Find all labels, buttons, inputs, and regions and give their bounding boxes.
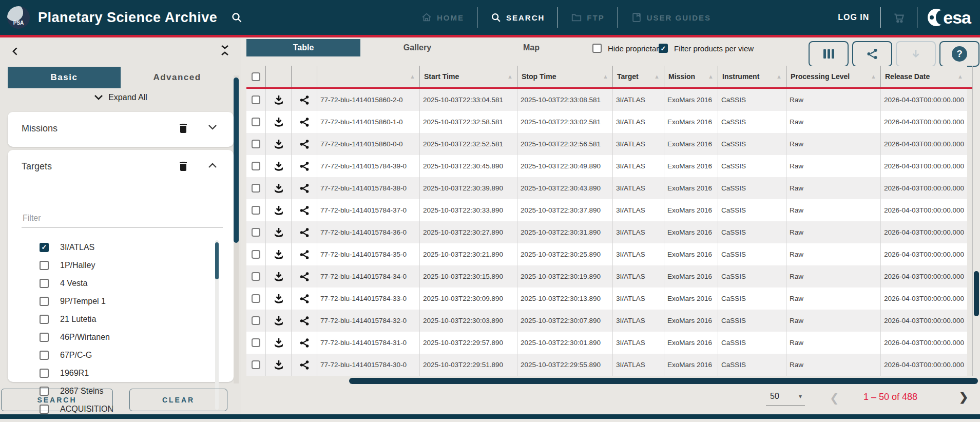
target-option[interactable]: 1P/Halley	[8, 256, 213, 274]
sort-asc-icon[interactable]: ▲	[776, 73, 782, 80]
target-checkbox[interactable]	[40, 297, 49, 306]
filter-per-view-checkbox[interactable]	[659, 44, 668, 53]
row-checkbox[interactable]	[252, 162, 260, 170]
header-start-time[interactable]: Start Time ▲	[420, 66, 517, 87]
missions-chevron-down-icon[interactable]	[208, 124, 217, 130]
page-size-select[interactable]: 50 ▾	[766, 392, 805, 406]
sort-asc-icon[interactable]: ▲	[410, 73, 415, 80]
nav-item-search[interactable]: SEARCH	[477, 0, 558, 35]
tab-basic[interactable]: Basic	[8, 67, 121, 88]
previous-page-button[interactable]: ❮	[830, 392, 839, 405]
tab-advanced[interactable]: Advanced	[121, 67, 234, 88]
next-page-button[interactable]: ❯	[959, 391, 968, 404]
collapse-vertical-button[interactable]	[220, 44, 230, 57]
row-checkbox[interactable]	[252, 184, 260, 193]
row-checkbox[interactable]	[252, 228, 260, 237]
target-option[interactable]: 67P/C-G	[8, 346, 213, 364]
share-icon[interactable]	[299, 205, 310, 216]
sort-asc-icon[interactable]: ▲	[957, 73, 963, 80]
row-checkbox[interactable]	[252, 272, 260, 281]
header-mission[interactable]: Mission ▲	[664, 66, 718, 87]
nav-item-ftp[interactable]: FTP	[558, 0, 617, 35]
login-button[interactable]: LOG IN	[827, 13, 880, 22]
cart-button[interactable]	[881, 11, 917, 24]
share-icon[interactable]	[299, 117, 310, 128]
header-release-date[interactable]: Release Date ▲	[881, 66, 967, 87]
missions-panel-header[interactable]: Missions	[8, 112, 234, 145]
header-target[interactable]: Target ▲	[613, 66, 664, 87]
download-icon[interactable]	[273, 160, 285, 172]
targets-trash-icon[interactable]	[177, 160, 189, 173]
tab-table[interactable]: Table	[246, 39, 360, 56]
download-icon[interactable]	[273, 138, 285, 150]
share-icon[interactable]	[299, 315, 310, 327]
share-icon[interactable]	[299, 249, 310, 260]
clear-button[interactable]: CLEAR	[129, 389, 227, 411]
download-icon[interactable]	[273, 315, 285, 327]
share-icon[interactable]	[299, 183, 310, 194]
brand[interactable]: PSA Planetary Science Archive	[7, 6, 243, 29]
row-checkbox[interactable]	[252, 95, 260, 104]
download-icon[interactable]	[273, 204, 285, 217]
target-checkbox[interactable]	[40, 369, 49, 378]
download-icon[interactable]	[273, 248, 285, 261]
share-icon[interactable]	[299, 94, 310, 106]
nav-item-user-guides[interactable]: USER GUIDES	[618, 0, 724, 35]
target-option[interactable]: 46P/Wirtanen	[8, 328, 213, 346]
sort-asc-icon[interactable]: ▲	[871, 73, 876, 80]
title-search-icon[interactable]	[230, 11, 243, 24]
download-icon[interactable]	[273, 293, 285, 305]
header-stop-time[interactable]: Stop Time ▲	[517, 66, 613, 87]
sort-asc-icon[interactable]: ▲	[603, 73, 608, 80]
help-button[interactable]: ?	[939, 41, 979, 67]
row-checkbox[interactable]	[252, 360, 260, 369]
sort-asc-icon[interactable]: ▲	[654, 73, 660, 80]
row-checkbox[interactable]	[252, 140, 260, 148]
targets-panel-header[interactable]: Targets	[8, 150, 234, 183]
download-icon[interactable]	[273, 337, 285, 349]
download-icon[interactable]	[273, 226, 285, 239]
share-icon[interactable]	[299, 271, 310, 282]
targets-chevron-up-icon[interactable]	[208, 162, 217, 168]
row-checkbox[interactable]	[252, 338, 260, 347]
search-button[interactable]: SEARCH	[1, 389, 113, 411]
tab-map[interactable]: Map	[474, 39, 588, 56]
download-icon[interactable]	[273, 359, 285, 371]
targets-list-scrollbar-thumb[interactable]	[215, 242, 219, 279]
share-icon[interactable]	[299, 293, 310, 304]
row-checkbox[interactable]	[252, 250, 260, 259]
target-checkbox[interactable]	[40, 261, 49, 270]
hide-proprietary-checkbox[interactable]	[592, 44, 602, 53]
target-checkbox[interactable]	[40, 315, 49, 324]
nav-item-home[interactable]: HOME	[408, 0, 477, 35]
vertical-scrollbar-thumb[interactable]	[974, 271, 979, 316]
row-checkbox[interactable]	[252, 316, 260, 325]
filter-per-view-option[interactable]: Filter products per view	[659, 44, 754, 53]
target-option[interactable]: 21 Lutetia	[8, 310, 213, 328]
tab-gallery[interactable]: Gallery	[360, 39, 474, 56]
header-instrument[interactable]: Instrument ▲	[718, 66, 786, 87]
target-checkbox[interactable]	[40, 279, 49, 288]
target-option[interactable]: 1969R1	[8, 364, 213, 382]
share-icon[interactable]	[299, 227, 310, 238]
download-icon[interactable]	[273, 271, 285, 283]
target-checkbox[interactable]	[40, 351, 49, 360]
share-icon[interactable]	[299, 337, 310, 349]
sidebar-scrollbar-thumb[interactable]	[234, 78, 239, 243]
sort-asc-icon[interactable]: ▲	[708, 73, 714, 80]
target-checkbox[interactable]	[40, 243, 49, 252]
row-checkbox[interactable]	[252, 294, 260, 303]
sort-asc-icon[interactable]: ▲	[507, 73, 513, 80]
share-icon[interactable]	[299, 359, 310, 371]
download-icon[interactable]	[273, 94, 285, 106]
target-option[interactable]: 4 Vesta	[8, 274, 213, 292]
hide-proprietary-option[interactable]: Hide proprietary	[592, 44, 663, 53]
targets-filter-input[interactable]	[22, 212, 223, 227]
missions-trash-icon[interactable]	[177, 122, 189, 135]
header-processing-level[interactable]: Processing Level ▲	[786, 66, 881, 87]
share-icon[interactable]	[299, 139, 310, 150]
row-checkbox[interactable]	[252, 206, 260, 215]
columns-button[interactable]	[809, 41, 849, 67]
download-icon[interactable]	[273, 116, 285, 128]
row-checkbox[interactable]	[252, 118, 260, 126]
